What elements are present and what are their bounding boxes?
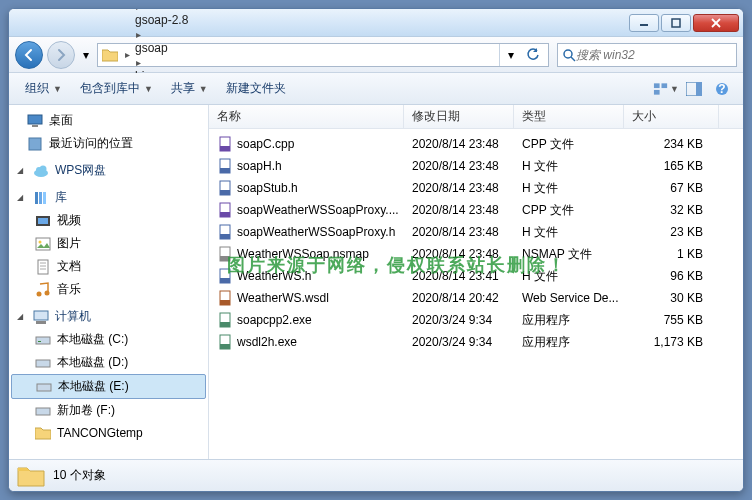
sidebar-item-music[interactable]: 音乐	[9, 278, 208, 301]
minimize-button[interactable]	[629, 14, 659, 32]
cloud-icon	[33, 163, 49, 179]
svg-rect-7	[661, 83, 667, 88]
file-row[interactable]: soapStub.h2020/8/14 23:48H 文件67 KB	[209, 177, 743, 199]
organize-button[interactable]: 组织▼	[17, 76, 70, 101]
titlebar	[9, 9, 743, 37]
file-name: soapcpp2.exe	[237, 313, 312, 327]
col-name[interactable]: 名称	[209, 105, 404, 128]
file-name: soapWeatherWSSoapProxy....	[237, 203, 399, 217]
file-row[interactable]: wsdl2h.exe2020/3/24 9:34应用程序1,173 KB	[209, 331, 743, 353]
sidebar-item-recent[interactable]: 最近访问的位置	[9, 132, 208, 155]
svg-rect-37	[37, 384, 51, 391]
address-bar[interactable]: ▸ gsoap_2.8.100▸gsoap-2.8▸gsoap▸bin▸win3…	[97, 43, 549, 67]
sidebar-item-drive-f[interactable]: 新加卷 (F:)	[9, 399, 208, 422]
svg-rect-10	[696, 82, 702, 96]
maximize-button[interactable]	[661, 14, 691, 32]
svg-rect-38	[36, 408, 50, 415]
folder-icon	[17, 464, 45, 488]
back-button[interactable]	[15, 41, 43, 69]
nav-bar: ▾ ▸ gsoap_2.8.100▸gsoap-2.8▸gsoap▸bin▸wi…	[9, 37, 743, 73]
sidebar-item-pictures[interactable]: 图片	[9, 232, 208, 255]
explorer-window: ▾ ▸ gsoap_2.8.100▸gsoap-2.8▸gsoap▸bin▸wi…	[8, 8, 744, 492]
sidebar-computer[interactable]: 计算机	[9, 305, 208, 328]
breadcrumb-1[interactable]: gsoap-2.8	[133, 13, 216, 27]
file-row[interactable]: WeatherWS.wsdl2020/8/14 20:42Web Service…	[209, 287, 743, 309]
svg-rect-52	[220, 278, 230, 283]
chevron-right-icon[interactable]: ▸	[133, 57, 144, 68]
file-row[interactable]: soapWeatherWSSoapProxy....2020/8/14 23:4…	[209, 199, 743, 221]
sidebar-libraries[interactable]: 库	[9, 186, 208, 209]
file-date: 2020/8/14 23:48	[404, 201, 514, 219]
file-type: H 文件	[514, 178, 624, 199]
view-options-button[interactable]: ▼	[653, 77, 679, 101]
file-size: 1,173 KB	[624, 333, 719, 351]
file-size: 234 KB	[624, 135, 719, 153]
address-dropdown[interactable]: ▾	[500, 44, 522, 66]
file-date: 2020/8/14 23:48	[404, 223, 514, 241]
file-name: soapStub.h	[237, 181, 298, 195]
chevron-right-icon[interactable]: ▸	[122, 49, 133, 60]
search-input[interactable]	[576, 48, 732, 62]
file-name: soapH.h	[237, 159, 282, 173]
sidebar-item-docs[interactable]: 文档	[9, 255, 208, 278]
forward-button[interactable]	[47, 41, 75, 69]
svg-rect-58	[220, 344, 230, 349]
file-date: 2020/8/14 23:48	[404, 135, 514, 153]
share-button[interactable]: 共享▼	[163, 76, 216, 101]
file-icon	[217, 334, 233, 350]
file-row[interactable]: soapcpp2.exe2020/3/24 9:34应用程序755 KB	[209, 309, 743, 331]
close-button[interactable]	[693, 14, 739, 32]
refresh-button[interactable]	[522, 44, 544, 66]
sidebar: 桌面 最近访问的位置 WPS网盘 库 视频 图片 文档 音乐 计算机 本地磁盘 …	[9, 105, 209, 459]
sidebar-item-drive-c[interactable]: 本地磁盘 (C:)	[9, 328, 208, 351]
svg-rect-1	[672, 19, 680, 27]
svg-rect-56	[220, 322, 230, 327]
file-name: soapC.cpp	[237, 137, 294, 151]
help-button[interactable]: ?	[709, 77, 735, 101]
chevron-right-icon[interactable]: ▸	[133, 29, 144, 40]
new-folder-button[interactable]: 新建文件夹	[218, 76, 294, 101]
sidebar-item-tancong[interactable]: TANCONGtemp	[9, 422, 208, 444]
library-icon	[33, 190, 49, 206]
file-row[interactable]: soapH.h2020/8/14 23:48H 文件165 KB	[209, 155, 743, 177]
file-icon	[217, 136, 233, 152]
file-name: wsdl2h.exe	[237, 335, 297, 349]
preview-pane-button[interactable]	[681, 77, 707, 101]
file-row[interactable]: soapC.cpp2020/8/14 23:48CPP 文件234 KB	[209, 133, 743, 155]
file-size: 67 KB	[624, 179, 719, 197]
svg-rect-26	[38, 260, 48, 274]
sidebar-item-desktop[interactable]: 桌面	[9, 109, 208, 132]
file-icon	[217, 180, 233, 196]
include-library-button[interactable]: 包含到库中▼	[72, 76, 161, 101]
sidebar-item-drive-e[interactable]: 本地磁盘 (E:)	[11, 374, 206, 399]
col-type[interactable]: 类型	[514, 105, 624, 128]
file-row[interactable]: soapWeatherWSSoapProxy.h2020/8/14 23:48H…	[209, 221, 743, 243]
sidebar-wps[interactable]: WPS网盘	[9, 159, 208, 182]
file-size: 30 KB	[624, 289, 719, 307]
sidebar-item-video[interactable]: 视频	[9, 209, 208, 232]
svg-text:?: ?	[718, 82, 725, 96]
file-size: 32 KB	[624, 201, 719, 219]
svg-point-18	[40, 165, 47, 172]
sidebar-item-drive-d[interactable]: 本地磁盘 (D:)	[9, 351, 208, 374]
toolbar: 组织▼ 包含到库中▼ 共享▼ 新建文件夹 ▼ ?	[9, 73, 743, 105]
video-icon	[35, 213, 51, 229]
svg-rect-36	[36, 360, 50, 367]
file-date: 2020/8/14 23:41	[404, 267, 514, 285]
svg-rect-8	[654, 89, 660, 94]
file-icon	[217, 268, 233, 284]
svg-rect-33	[36, 321, 46, 324]
docs-icon	[35, 259, 51, 275]
file-type: 应用程序	[514, 332, 624, 353]
col-date[interactable]: 修改日期	[404, 105, 514, 128]
file-icon	[217, 312, 233, 328]
breadcrumb-2[interactable]: gsoap	[133, 41, 216, 55]
chevron-right-icon[interactable]: ▸	[133, 8, 144, 12]
svg-rect-23	[38, 218, 48, 224]
file-row[interactable]: WeatherWSSoap.nsmap2020/8/14 23:48NSMAP …	[209, 243, 743, 265]
search-box[interactable]	[557, 43, 737, 67]
file-row[interactable]: WeatherWS.h2020/8/14 23:41H 文件96 KB	[209, 265, 743, 287]
file-type: Web Service De...	[514, 289, 624, 307]
col-size[interactable]: 大小	[624, 105, 719, 128]
nav-history-dropdown[interactable]: ▾	[79, 42, 93, 68]
